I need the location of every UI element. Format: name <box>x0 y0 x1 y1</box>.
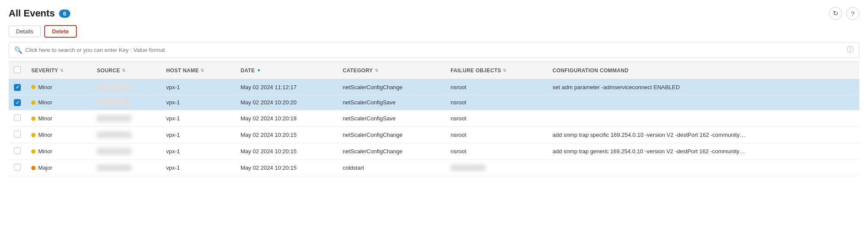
hostname-cell: vpx-1 <box>161 160 235 176</box>
severity-dot <box>31 149 36 154</box>
table-row[interactable]: MinorREDACTEDvpx-1May 02 2024 10:20:15ne… <box>9 127 859 143</box>
row-checkbox-cell[interactable] <box>9 143 26 160</box>
row-checkbox-cell[interactable] <box>9 79 26 95</box>
col-hostname[interactable]: HOST NAME ⇅ <box>161 62 235 80</box>
page-wrapper: All Events 6 ↻ ? Details Delete 🔍 ⓘ <box>0 0 868 226</box>
row-checkbox-cell[interactable] <box>9 127 26 143</box>
select-all-checkbox[interactable] <box>14 66 21 73</box>
failure-objects-value: REDACTED <box>451 165 485 171</box>
severity-cell: Minor <box>26 110 92 127</box>
failure-objects-cell: nsroot <box>445 110 547 127</box>
search-icon: 🔍 <box>14 46 23 54</box>
hostname-cell: vpx-1 <box>161 143 235 160</box>
severity-label: Minor <box>38 148 52 155</box>
severity-label: Minor <box>38 84 52 90</box>
source-cell: REDACTED <box>92 110 161 127</box>
failure-objects-cell: REDACTED <box>445 160 547 176</box>
events-table: SEVERITY ⇅ SOURCE ⇅ HOST NAME ⇅ <box>9 61 859 176</box>
source-value: REDACTED <box>97 165 131 171</box>
severity-dot <box>31 116 36 121</box>
config-command-cell: set adm parameter -admserviceconnect ENA… <box>547 79 859 95</box>
category-cell: netScalerConfigChange <box>337 127 445 143</box>
severity-cell: Major <box>26 160 92 176</box>
select-all-header[interactable] <box>9 62 26 80</box>
severity-cell: Minor <box>26 79 92 95</box>
date-sort-icon: ▼ <box>257 68 261 73</box>
failure-objects-cell: nsroot <box>445 127 547 143</box>
severity-cell: Minor <box>26 143 92 160</box>
date-cell: May 02 2024 11:12:17 <box>235 79 337 95</box>
severity-cell: Minor <box>26 127 92 143</box>
table-header: SEVERITY ⇅ SOURCE ⇅ HOST NAME ⇅ <box>9 62 859 80</box>
severity-label: Minor <box>38 99 52 106</box>
hostname-cell: vpx-1 <box>161 79 235 95</box>
source-value: REDACTED <box>97 99 131 106</box>
source-value: REDACTED <box>97 148 131 155</box>
hostname-cell: vpx-1 <box>161 110 235 127</box>
event-count-badge: 6 <box>59 10 70 18</box>
hostname-cell: vpx-1 <box>161 95 235 110</box>
config-command-cell: add snmp trap generic 169.254.0.10 -vers… <box>547 143 859 160</box>
category-cell: coldstart <box>337 160 445 176</box>
date-cell: May 02 2024 10:20:20 <box>235 95 337 110</box>
help-button[interactable]: ? <box>846 7 859 20</box>
page-title: All Events <box>9 8 55 19</box>
row-checkbox[interactable] <box>14 99 21 106</box>
failure-objects-cell: nsroot <box>445 95 547 110</box>
category-cell: netScalerConfigSave <box>337 95 445 110</box>
col-category[interactable]: CATEGORY ⇅ <box>337 62 445 80</box>
col-source[interactable]: SOURCE ⇅ <box>92 62 161 80</box>
failure-objects-cell: nsroot <box>445 79 547 95</box>
search-input[interactable] <box>25 47 847 53</box>
config-command-cell <box>547 160 859 176</box>
row-checkbox[interactable] <box>14 164 21 171</box>
row-checkbox[interactable] <box>14 147 21 154</box>
date-cell: May 02 2024 10:20:15 <box>235 127 337 143</box>
severity-dot <box>31 166 36 170</box>
details-button[interactable]: Details <box>9 26 41 37</box>
category-cell: netScalerConfigSave <box>337 110 445 127</box>
severity-cell: Minor <box>26 95 92 110</box>
severity-dot <box>31 133 36 137</box>
severity-label: Minor <box>38 115 52 122</box>
info-icon[interactable]: ⓘ <box>847 45 854 55</box>
header: All Events 6 ↻ ? <box>9 7 859 20</box>
source-cell: REDACTED <box>92 143 161 160</box>
table-row[interactable]: MajorREDACTEDvpx-1May 02 2024 10:20:15co… <box>9 160 859 176</box>
config-command-cell: add snmp trap specific 169.254.0.10 -ver… <box>547 127 859 143</box>
col-failure-objects[interactable]: FAILURE OBJECTS ⇅ <box>445 62 547 80</box>
table-row[interactable]: MinorREDACTEDvpx-1May 02 2024 10:20:15ne… <box>9 143 859 160</box>
table-row[interactable]: MinorREDACTEDvpx-1May 02 2024 11:12:17ne… <box>9 79 859 95</box>
col-date[interactable]: DATE ▼ <box>235 62 337 80</box>
row-checkbox-cell[interactable] <box>9 95 26 110</box>
severity-label: Major <box>38 165 52 171</box>
row-checkbox[interactable] <box>14 84 21 91</box>
category-sort-icon: ⇅ <box>375 68 378 73</box>
row-checkbox-cell[interactable] <box>9 160 26 176</box>
category-cell: netScalerConfigChange <box>337 143 445 160</box>
row-checkbox-cell[interactable] <box>9 110 26 127</box>
category-cell: netScalerConfigChange <box>337 79 445 95</box>
header-actions: ↻ ? <box>829 7 859 20</box>
source-value: REDACTED <box>97 84 131 90</box>
row-checkbox[interactable] <box>14 131 21 138</box>
row-checkbox[interactable] <box>14 114 21 121</box>
source-value: REDACTED <box>97 132 131 138</box>
hostname-cell: vpx-1 <box>161 127 235 143</box>
hostname-sort-icon: ⇅ <box>200 68 204 73</box>
table-row[interactable]: MinorREDACTEDvpx-1May 02 2024 10:20:20ne… <box>9 95 859 110</box>
toolbar: Details Delete <box>9 25 859 38</box>
refresh-button[interactable]: ↻ <box>829 7 842 20</box>
table-row[interactable]: MinorREDACTEDvpx-1May 02 2024 10:20:19ne… <box>9 110 859 127</box>
config-command-cell <box>547 110 859 127</box>
date-cell: May 02 2024 10:20:19 <box>235 110 337 127</box>
source-cell: REDACTED <box>92 127 161 143</box>
col-severity[interactable]: SEVERITY ⇅ <box>26 62 92 80</box>
date-cell: May 02 2024 10:20:15 <box>235 160 337 176</box>
source-cell: REDACTED <box>92 95 161 110</box>
source-cell: REDACTED <box>92 79 161 95</box>
table-body: MinorREDACTEDvpx-1May 02 2024 11:12:17ne… <box>9 79 859 176</box>
header-left: All Events 6 <box>9 8 70 19</box>
failure-sort-icon: ⇅ <box>503 68 506 73</box>
delete-button[interactable]: Delete <box>44 25 77 38</box>
